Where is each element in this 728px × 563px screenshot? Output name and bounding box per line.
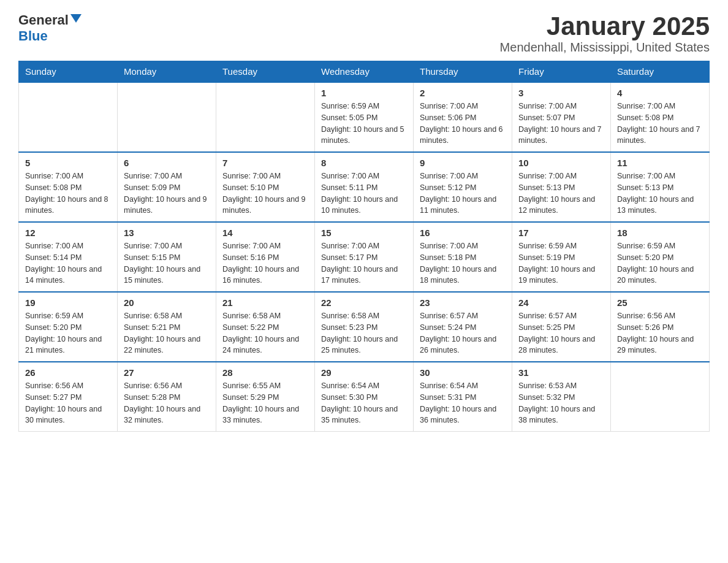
calendar-cell <box>19 82 118 152</box>
calendar-cell: 8 Sunrise: 7:00 AM Sunset: 5:11 PM Dayli… <box>315 152 414 222</box>
daylight-text: Daylight: 10 hours and 16 minutes. <box>222 265 299 285</box>
sunrise-text: Sunrise: 6:58 AM <box>321 312 379 320</box>
daylight-text: Daylight: 10 hours and 19 minutes. <box>518 265 595 285</box>
calendar-cell: 1 Sunrise: 6:59 AM Sunset: 5:05 PM Dayli… <box>315 82 414 152</box>
sunset-text: Sunset: 5:15 PM <box>124 253 180 262</box>
weekday-header-row: Sunday Monday Tuesday Wednesday Thursday… <box>19 61 710 83</box>
day-number: 18 <box>617 228 703 238</box>
day-number: 22 <box>321 297 407 308</box>
sunset-text: Sunset: 5:10 PM <box>222 183 279 192</box>
sunset-text: Sunset: 5:27 PM <box>25 393 82 402</box>
day-number: 8 <box>321 158 407 168</box>
day-number: 26 <box>25 367 111 378</box>
sunrise-text: Sunrise: 6:58 AM <box>222 312 281 320</box>
day-info: Sunrise: 6:55 AM Sunset: 5:29 PM Dayligh… <box>222 380 308 426</box>
sunrise-text: Sunrise: 7:00 AM <box>222 242 281 250</box>
day-number: 16 <box>420 228 506 238</box>
calendar-cell: 14 Sunrise: 7:00 AM Sunset: 5:16 PM Dayl… <box>216 222 315 292</box>
day-info: Sunrise: 6:59 AM Sunset: 5:20 PM Dayligh… <box>617 240 703 286</box>
day-info: Sunrise: 6:59 AM Sunset: 5:20 PM Dayligh… <box>25 310 111 356</box>
calendar-week-4: 26 Sunrise: 6:56 AM Sunset: 5:27 PM Dayl… <box>19 362 710 432</box>
day-info: Sunrise: 7:00 AM Sunset: 5:06 PM Dayligh… <box>420 101 506 147</box>
calendar-cell: 18 Sunrise: 6:59 AM Sunset: 5:20 PM Dayl… <box>611 222 710 292</box>
daylight-text: Daylight: 10 hours and 25 minutes. <box>321 335 398 355</box>
day-number: 4 <box>617 88 703 98</box>
sunset-text: Sunset: 5:05 PM <box>321 113 377 122</box>
daylight-text: Daylight: 10 hours and 26 minutes. <box>420 335 496 355</box>
calendar-week-0: 1 Sunrise: 6:59 AM Sunset: 5:05 PM Dayli… <box>19 82 710 152</box>
daylight-text: Daylight: 10 hours and 30 minutes. <box>25 405 102 425</box>
logo: General Blue <box>18 12 82 44</box>
day-info: Sunrise: 7:00 AM Sunset: 5:15 PM Dayligh… <box>124 240 210 286</box>
sunset-text: Sunset: 5:26 PM <box>617 323 673 332</box>
daylight-text: Daylight: 10 hours and 11 minutes. <box>420 195 496 215</box>
day-number: 28 <box>222 367 308 378</box>
calendar-week-2: 12 Sunrise: 7:00 AM Sunset: 5:14 PM Dayl… <box>19 222 710 292</box>
day-number: 11 <box>617 158 703 168</box>
sunset-text: Sunset: 5:09 PM <box>124 183 180 192</box>
sunrise-text: Sunrise: 6:59 AM <box>321 102 379 110</box>
day-number: 15 <box>321 228 407 238</box>
header-tuesday: Tuesday <box>216 61 315 83</box>
calendar-week-1: 5 Sunrise: 7:00 AM Sunset: 5:08 PM Dayli… <box>19 152 710 222</box>
sunrise-text: Sunrise: 7:00 AM <box>124 242 182 250</box>
daylight-text: Daylight: 10 hours and 5 minutes. <box>321 125 404 145</box>
header-friday: Friday <box>512 61 611 83</box>
calendar-cell: 15 Sunrise: 7:00 AM Sunset: 5:17 PM Dayl… <box>315 222 414 292</box>
sunrise-text: Sunrise: 7:00 AM <box>518 102 577 110</box>
daylight-text: Daylight: 10 hours and 36 minutes. <box>420 405 496 425</box>
day-info: Sunrise: 7:00 AM Sunset: 5:11 PM Dayligh… <box>321 170 407 216</box>
sunrise-text: Sunrise: 7:00 AM <box>420 172 478 180</box>
daylight-text: Daylight: 10 hours and 10 minutes. <box>321 195 398 215</box>
daylight-text: Daylight: 10 hours and 8 minutes. <box>25 195 108 215</box>
sunset-text: Sunset: 5:13 PM <box>617 183 673 192</box>
sunrise-text: Sunrise: 6:57 AM <box>420 312 478 320</box>
calendar-cell: 7 Sunrise: 7:00 AM Sunset: 5:10 PM Dayli… <box>216 152 315 222</box>
header-monday: Monday <box>118 61 216 83</box>
day-number: 20 <box>124 297 210 308</box>
day-number: 10 <box>518 158 604 168</box>
sunrise-text: Sunrise: 6:59 AM <box>518 242 577 250</box>
header-wednesday: Wednesday <box>315 61 414 83</box>
calendar-cell: 17 Sunrise: 6:59 AM Sunset: 5:19 PM Dayl… <box>512 222 611 292</box>
sunset-text: Sunset: 5:19 PM <box>518 253 575 262</box>
daylight-text: Daylight: 10 hours and 7 minutes. <box>617 125 700 145</box>
day-info: Sunrise: 7:00 AM Sunset: 5:08 PM Dayligh… <box>617 101 703 147</box>
day-number: 2 <box>420 88 506 98</box>
day-number: 9 <box>420 158 506 168</box>
calendar-cell: 24 Sunrise: 6:57 AM Sunset: 5:25 PM Dayl… <box>512 292 611 362</box>
sunset-text: Sunset: 5:21 PM <box>124 323 180 332</box>
day-info: Sunrise: 7:00 AM Sunset: 5:13 PM Dayligh… <box>617 170 703 216</box>
daylight-text: Daylight: 10 hours and 18 minutes. <box>420 265 496 285</box>
page-header: General Blue January 2025 Mendenhall, Mi… <box>18 12 710 55</box>
day-number: 31 <box>518 367 604 378</box>
sunrise-text: Sunrise: 7:00 AM <box>25 172 83 180</box>
day-number: 29 <box>321 367 407 378</box>
calendar-header: Sunday Monday Tuesday Wednesday Thursday… <box>19 61 710 83</box>
sunrise-text: Sunrise: 6:54 AM <box>321 381 379 390</box>
calendar-cell: 27 Sunrise: 6:56 AM Sunset: 5:28 PM Dayl… <box>118 362 216 432</box>
daylight-text: Daylight: 10 hours and 24 minutes. <box>222 335 299 355</box>
calendar-cell: 6 Sunrise: 7:00 AM Sunset: 5:09 PM Dayli… <box>118 152 216 222</box>
day-number: 5 <box>25 158 111 168</box>
day-number: 14 <box>222 228 308 238</box>
calendar-cell: 13 Sunrise: 7:00 AM Sunset: 5:15 PM Dayl… <box>118 222 216 292</box>
calendar-cell: 22 Sunrise: 6:58 AM Sunset: 5:23 PM Dayl… <box>315 292 414 362</box>
sunset-text: Sunset: 5:11 PM <box>321 183 377 192</box>
calendar-cell: 31 Sunrise: 6:53 AM Sunset: 5:32 PM Dayl… <box>512 362 611 432</box>
calendar-cell: 9 Sunrise: 7:00 AM Sunset: 5:12 PM Dayli… <box>414 152 512 222</box>
logo-triangle-icon <box>70 14 82 25</box>
sunrise-text: Sunrise: 6:58 AM <box>124 312 182 320</box>
day-info: Sunrise: 6:56 AM Sunset: 5:27 PM Dayligh… <box>25 380 111 426</box>
calendar-table: Sunday Monday Tuesday Wednesday Thursday… <box>18 61 710 432</box>
sunrise-text: Sunrise: 7:00 AM <box>321 242 379 250</box>
calendar-cell: 29 Sunrise: 6:54 AM Sunset: 5:30 PM Dayl… <box>315 362 414 432</box>
header-saturday: Saturday <box>611 61 710 83</box>
daylight-text: Daylight: 10 hours and 15 minutes. <box>124 265 200 285</box>
sunset-text: Sunset: 5:20 PM <box>617 253 673 262</box>
day-info: Sunrise: 7:00 AM Sunset: 5:07 PM Dayligh… <box>518 101 604 147</box>
sunrise-text: Sunrise: 7:00 AM <box>124 172 182 180</box>
day-info: Sunrise: 6:58 AM Sunset: 5:22 PM Dayligh… <box>222 310 308 356</box>
day-number: 25 <box>617 297 703 308</box>
calendar-subtitle: Mendenhall, Mississippi, United States <box>500 40 710 55</box>
